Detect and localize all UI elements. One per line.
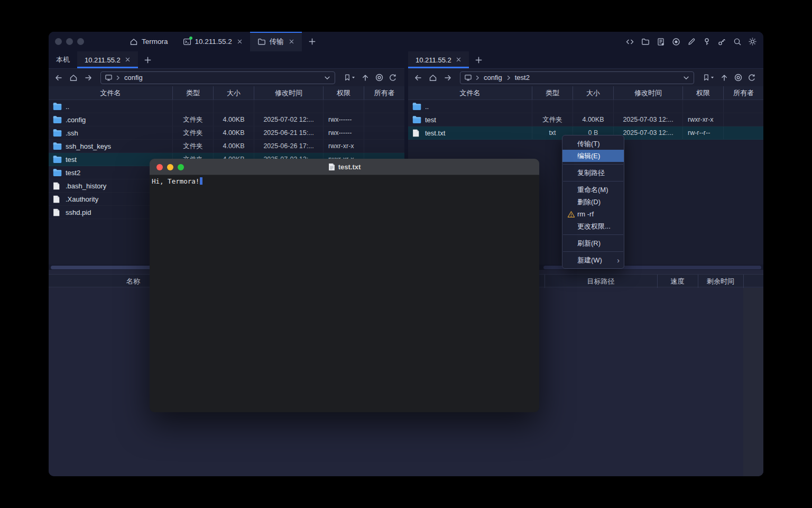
close-icon[interactable]: [125, 56, 131, 64]
column-header[interactable]: 文件名: [408, 86, 532, 99]
panel-tab-10.211.55.2[interactable]: 10.211.55.2: [77, 51, 138, 68]
file-perms-cell: rw-r--r--: [683, 126, 724, 139]
panel-tab--[interactable]: 本机: [49, 51, 77, 68]
column-header[interactable]: 所有者: [724, 86, 763, 99]
home-icon: [69, 74, 78, 82]
app-tab-transfer[interactable]: 传输: [250, 32, 302, 51]
refresh-button[interactable]: [745, 71, 758, 84]
column-header[interactable]: 所有者: [364, 86, 404, 99]
path-segment[interactable]: test2: [514, 74, 531, 81]
column-header[interactable]: 权限: [324, 86, 364, 99]
folder-icon: [53, 156, 62, 164]
folder-button[interactable]: [641, 37, 650, 46]
record-icon: [672, 38, 680, 46]
transfer-col-destination[interactable]: 目标路径: [545, 275, 657, 288]
transfer-col-eta[interactable]: 剩余时间: [698, 275, 743, 288]
menu-item--R-[interactable]: 刷新(R): [562, 237, 624, 249]
column-header[interactable]: 权限: [683, 86, 724, 99]
pencil-button[interactable]: [687, 37, 696, 46]
new-app-tab-button[interactable]: [302, 32, 322, 51]
search-button[interactable]: [733, 37, 742, 46]
editor-zoom-button[interactable]: [178, 164, 184, 170]
menu-item-rm-rf[interactable]: rm -rf: [562, 208, 624, 220]
settings-button[interactable]: [748, 37, 757, 46]
folder-icon: [53, 129, 62, 137]
editor-minimize-button[interactable]: [167, 164, 173, 170]
window-zoom-button[interactable]: [77, 38, 84, 45]
editor-content[interactable]: Hi, Termora!: [150, 175, 539, 187]
column-header[interactable]: 类型: [173, 86, 214, 99]
file-name: ..: [425, 103, 429, 111]
code-button[interactable]: [625, 37, 634, 46]
file-name-cell: .ssh: [49, 126, 173, 139]
file-row[interactable]: ..: [408, 100, 763, 113]
window-minimize-button[interactable]: [66, 38, 73, 45]
keychain-button[interactable]: [717, 37, 726, 46]
arrowup-icon: [361, 74, 370, 82]
file-name: ssh_host_keys: [66, 142, 111, 150]
home-button[interactable]: [426, 71, 440, 84]
column-header[interactable]: 大小: [214, 86, 254, 99]
home-button[interactable]: [67, 71, 80, 84]
up-directory-button[interactable]: [359, 71, 372, 84]
chevdown-icon[interactable]: [324, 74, 331, 81]
file-row[interactable]: .config文件夹4.00KB2025-07-02 12:...rwx----…: [49, 113, 404, 126]
path-segment[interactable]: config: [483, 74, 503, 81]
up-directory-button[interactable]: [718, 71, 731, 84]
folder-icon: [641, 38, 650, 46]
show-hidden-files-button[interactable]: [373, 71, 385, 84]
log-button[interactable]: [656, 37, 665, 46]
menu-item--[interactable]: 复制路径: [562, 167, 624, 179]
file-name-cell: ssh_host_keys: [49, 140, 173, 152]
panel-tab-label: 10.211.55.2: [85, 56, 121, 64]
close-icon[interactable]: [237, 38, 243, 46]
file-row[interactable]: test文件夹4.00KB2025-07-03 12:...rwxr-xr-x: [408, 113, 763, 126]
column-header[interactable]: 文件名: [49, 86, 173, 99]
close-icon[interactable]: [456, 56, 462, 64]
terminal-icon: [183, 38, 191, 46]
key-button[interactable]: [702, 37, 711, 46]
back-button[interactable]: [52, 71, 66, 84]
window-close-button[interactable]: [55, 38, 62, 45]
panel-toolbar: config: [49, 69, 404, 86]
menu-item--W-[interactable]: 新建(W)›: [562, 254, 624, 266]
new-panel-tab-button[interactable]: [469, 51, 488, 68]
close-icon[interactable]: [289, 38, 294, 46]
new-panel-tab-button[interactable]: [138, 51, 158, 68]
caretdown-icon: [351, 75, 356, 80]
app-tab-ssh-host[interactable]: 10.211.55.2: [176, 32, 250, 51]
editor-titlebar[interactable]: test.txt: [150, 159, 539, 175]
eye-icon: [375, 73, 384, 82]
bookmark-button[interactable]: [700, 71, 717, 84]
chevdown-icon[interactable]: [682, 74, 690, 81]
back-button[interactable]: [411, 71, 425, 84]
file-row[interactable]: .ssh文件夹4.00KB2025-06-21 15:...rwx------: [49, 126, 404, 140]
panel-toolbar: configtest2: [408, 69, 763, 86]
refresh-button[interactable]: [386, 71, 399, 84]
menu-item--T-[interactable]: 传输(T): [562, 138, 624, 150]
show-hidden-files-button[interactable]: [732, 71, 744, 84]
file-type-cell: [173, 100, 214, 113]
column-header[interactable]: 修改时间: [254, 86, 324, 99]
panel-tab-10.211.55.2[interactable]: 10.211.55.2: [408, 51, 469, 68]
transfer-col-speed[interactable]: 速度: [657, 275, 698, 288]
menu-item--D-[interactable]: 删除(D): [562, 196, 624, 208]
menu-item--[interactable]: 更改权限...: [562, 220, 624, 232]
menu-item--M-[interactable]: 重命名(M): [562, 184, 624, 196]
path-breadcrumb-field[interactable]: config: [100, 71, 335, 84]
column-header[interactable]: 大小: [573, 86, 614, 99]
arrowup-icon: [720, 74, 728, 82]
path-breadcrumb-field[interactable]: configtest2: [460, 71, 694, 84]
column-header[interactable]: 类型: [532, 86, 573, 99]
forward-button[interactable]: [441, 71, 455, 84]
app-tab-termora[interactable]: Termora: [122, 32, 176, 51]
column-header[interactable]: 修改时间: [614, 86, 683, 99]
file-row[interactable]: ..: [49, 100, 404, 113]
file-row[interactable]: ssh_host_keys文件夹4.00KB2025-06-26 17:...r…: [49, 140, 404, 153]
editor-close-button[interactable]: [156, 164, 163, 170]
record-button[interactable]: [671, 37, 680, 46]
path-segment[interactable]: config: [123, 74, 144, 81]
forward-button[interactable]: [81, 71, 95, 84]
menu-item--E-[interactable]: 编辑(E): [562, 150, 624, 162]
bookmark-button[interactable]: [341, 71, 358, 84]
